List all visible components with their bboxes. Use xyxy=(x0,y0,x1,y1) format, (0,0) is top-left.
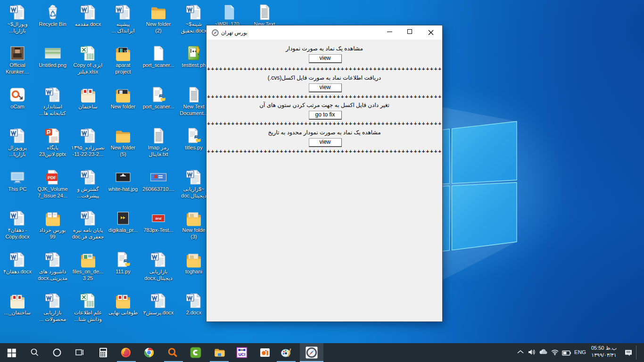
svg-text:PDF: PDF xyxy=(48,175,57,180)
svg-text:test: test xyxy=(156,216,162,221)
svg-text:UCI: UCI xyxy=(239,352,246,357)
svg-text:VS: VS xyxy=(124,49,129,53)
